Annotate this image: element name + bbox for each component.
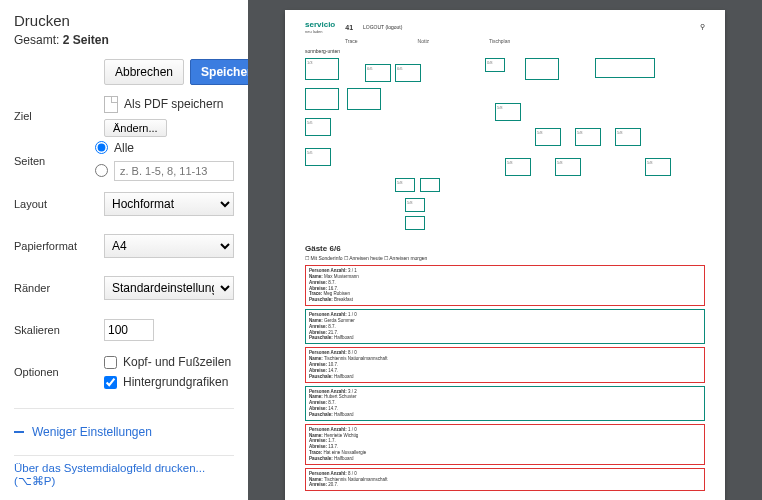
layout-select[interactable]: Hochformat — [104, 192, 234, 216]
paper-label: Papierformat — [14, 240, 104, 252]
table-box — [525, 58, 559, 80]
preview-nav: Trace Notiz Tischplan — [345, 38, 705, 44]
table-box — [420, 178, 440, 192]
print-preview-page: servicio neu laden 41 LOGOUT (logout) ⚲ … — [285, 10, 725, 500]
layout-label: Layout — [14, 198, 104, 210]
guest-box: Personen Anzahl: 3 / 2Name: Hubert Schus… — [305, 386, 705, 421]
minus-icon — [14, 431, 24, 433]
dialog-title: Drucken — [14, 12, 234, 29]
less-settings-link[interactable]: Weniger Einstellungen — [14, 425, 234, 439]
dest-label: Ziel — [14, 110, 104, 122]
scale-input[interactable] — [104, 319, 154, 341]
pages-range-input[interactable] — [114, 161, 234, 181]
cancel-button[interactable]: Abbrechen — [104, 59, 184, 85]
system-dialog-link[interactable]: Über das Systemdialogfeld drucken... (⌥⌘… — [14, 462, 234, 488]
margins-label: Ränder — [14, 282, 104, 294]
guests-title: Gäste 6/6 — [305, 244, 705, 253]
pages-all-radio[interactable]: Alle — [95, 141, 234, 155]
preview-header-num: 41 — [345, 24, 353, 31]
pages-range-radio[interactable] — [95, 161, 234, 181]
table-box: 6/6 — [395, 64, 421, 82]
paper-select[interactable]: A4 — [104, 234, 234, 258]
options-label: Optionen — [14, 366, 104, 378]
table-box: 5/8 — [505, 158, 531, 176]
table-box — [405, 216, 425, 230]
table-box: 0/8 — [485, 58, 505, 72]
table-box: 5/8 — [555, 158, 581, 176]
print-sidebar: Drucken Gesamt: 2 Seiten Abbrechen Speic… — [0, 0, 248, 500]
bg-graphics-check[interactable]: Hintergrundgrafiken — [104, 375, 234, 389]
table-box — [595, 58, 655, 78]
action-row: Abbrechen Speichern — [104, 59, 234, 85]
table-box: 6/6 — [365, 64, 391, 82]
table-box — [305, 88, 339, 110]
guest-box: Personen Anzahl: 8 / 0Name: Tischtennis … — [305, 468, 705, 492]
preview-area: servicio neu laden 41 LOGOUT (logout) ⚲ … — [248, 0, 762, 500]
divider — [14, 408, 234, 409]
table-box: 5/8 — [535, 128, 561, 146]
table-box: 5/8 — [645, 158, 671, 176]
preview-subunit: sonnberg-unten — [305, 48, 705, 54]
search-icon: ⚲ — [700, 23, 705, 31]
table-box: 5/6 — [305, 118, 331, 136]
guest-box: Personen Anzahl: 3 / 1Name: Max Musterma… — [305, 265, 705, 306]
pdf-icon — [104, 96, 118, 113]
table-box — [347, 88, 381, 110]
pages-label: Seiten — [14, 155, 95, 167]
guests-filter: ☐ Mit Sonderinfo ☐ Anreisen heute ☐ Anre… — [305, 255, 705, 261]
table-box: 5/8 — [395, 178, 415, 192]
preview-logout: LOGOUT (logout) — [363, 24, 402, 30]
table-box: 5/6 — [305, 148, 331, 166]
scale-label: Skalieren — [14, 324, 104, 336]
floor-plan: 1/36/66/60/85/85/65/85/85/85/65/85/85/85… — [305, 58, 705, 238]
table-box: 5/8 — [405, 198, 425, 212]
total-line: Gesamt: 2 Seiten — [14, 33, 234, 47]
preview-logo: servicio neu laden — [305, 20, 335, 34]
guest-box: Personen Anzahl: 1 / 0Name: Gerda Sommer… — [305, 309, 705, 344]
table-box: 5/8 — [615, 128, 641, 146]
guest-box: Personen Anzahl: 1 / 0Name: Henriette Wi… — [305, 424, 705, 465]
margins-select[interactable]: Standardeinstellung — [104, 276, 234, 300]
guests-list: Personen Anzahl: 3 / 1Name: Max Musterma… — [305, 265, 705, 491]
change-dest-button[interactable]: Ändern... — [104, 119, 167, 137]
dest-value: Als PDF speichern — [104, 96, 234, 113]
table-box: 5/8 — [575, 128, 601, 146]
table-box: 1/3 — [305, 58, 339, 80]
header-footer-check[interactable]: Kopf- und Fußzeilen — [104, 355, 234, 369]
guest-box: Personen Anzahl: 8 / 0Name: Tischtennis … — [305, 347, 705, 382]
divider — [14, 455, 234, 456]
table-box: 5/8 — [495, 103, 521, 121]
